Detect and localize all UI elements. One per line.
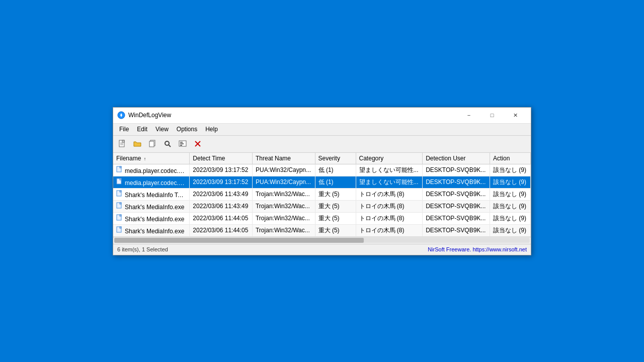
cell-severity: 重大 (5): [318, 203, 340, 210]
file-icon: [116, 190, 125, 197]
cell-severity: 低 (1): [318, 166, 334, 173]
sort-icon: ↑: [144, 156, 146, 161]
file-icon: [116, 226, 125, 233]
toolbar-properties[interactable]: [176, 137, 190, 150]
maximize-button[interactable]: □: [480, 107, 504, 123]
cell-threat-name: Trojan:Win32/Wac...: [256, 191, 310, 198]
cell-category: トロイの木馬 (8): [359, 203, 405, 210]
menu-bar: File Edit View Options Help: [113, 124, 531, 136]
col-filename[interactable]: Filename ↑: [113, 153, 190, 164]
menu-help[interactable]: Help: [201, 125, 222, 134]
cell-detect-time: 2022/03/06 11:44:05: [193, 227, 248, 234]
status-count: 6 item(s), 1 Selected: [117, 246, 168, 252]
cell-category: トロイの木馬 (8): [359, 215, 405, 222]
cell-action: 該当なし (9): [493, 227, 526, 234]
svg-rect-19: [120, 178, 121, 180]
svg-rect-25: [120, 215, 121, 216]
svg-rect-7: [149, 141, 154, 147]
scrollbar-track[interactable]: [114, 238, 530, 243]
menu-options[interactable]: Options: [173, 125, 201, 134]
cell-severity: 低 (1): [318, 178, 334, 186]
col-detection-user[interactable]: Detection User: [423, 153, 490, 164]
col-category[interactable]: Category: [356, 153, 423, 164]
file-icon: [116, 214, 125, 221]
table-row[interactable]: media.player.codec.pa...2022/03/09 13:17…: [113, 176, 531, 188]
cell-detect-time: 2022/03/09 13:17:52: [193, 166, 248, 173]
cell-category: トロイの木馬 (8): [359, 191, 405, 198]
cell-detection-user: DESKTOP-SVQB9K...: [426, 227, 486, 234]
col-action[interactable]: Action: [490, 153, 530, 164]
title-bar: WinDefLogView − □ ✕: [113, 108, 531, 124]
svg-rect-23: [120, 203, 121, 204]
window-title: WinDefLogView: [128, 112, 171, 119]
data-table-container[interactable]: Filename ↑ Detect Time Threat Name Sever…: [113, 153, 531, 237]
cell-detection-user: DESKTOP-SVQB9K...: [426, 166, 486, 173]
data-table: Filename ↑ Detect Time Threat Name Sever…: [113, 153, 531, 237]
cell-filename: Shark's MediaInfo Too...: [125, 192, 189, 199]
cell-action: 該当なし (9): [493, 203, 526, 210]
toolbar-find[interactable]: [160, 137, 175, 150]
file-icon: [116, 202, 125, 209]
menu-file[interactable]: File: [115, 125, 133, 134]
file-icon: [116, 178, 125, 185]
scrollbar-thumb[interactable]: [114, 238, 364, 243]
toolbar: [113, 136, 531, 153]
window-controls: − □ ✕: [457, 107, 527, 123]
col-threat-name[interactable]: Threat Name: [252, 153, 315, 164]
cell-detection-user: DESKTOP-SVQB9K...: [426, 203, 486, 210]
cell-filename: Shark's MediaInfo.exe: [125, 216, 184, 223]
cell-action: 該当なし (9): [493, 166, 526, 173]
cell-filename: Shark's MediaInfo.exe: [125, 228, 184, 235]
table-row[interactable]: media.player.codec.pa...2022/03/09 13:17…: [113, 164, 531, 176]
toolbar-open[interactable]: [130, 137, 144, 150]
cell-severity: 重大 (5): [318, 215, 340, 222]
cell-filename: media.player.codec.pa...: [125, 167, 190, 174]
title-bar-left: WinDefLogView: [117, 111, 171, 119]
svg-rect-17: [120, 166, 121, 168]
table-row[interactable]: Shark's MediaInfo.exe2022/03/06 11:43:49…: [113, 200, 531, 212]
col-severity[interactable]: Severity: [315, 153, 356, 164]
toolbar-new[interactable]: [115, 137, 129, 150]
cell-threat-name: Trojan:Win32/Wac...: [256, 215, 310, 222]
cell-severity: 重大 (5): [318, 191, 340, 198]
minimize-button[interactable]: −: [457, 107, 480, 123]
cell-action: 該当なし (9): [493, 178, 526, 186]
cell-threat-name: Trojan:Win32/Wac...: [256, 227, 310, 234]
svg-rect-21: [120, 191, 121, 192]
cell-severity: 重大 (5): [318, 227, 340, 234]
cell-detect-time: 2022/03/09 13:17:52: [193, 178, 248, 186]
cell-action: 該当なし (9): [493, 215, 526, 222]
svg-rect-2: [122, 140, 124, 142]
svg-line-9: [169, 145, 171, 147]
table-header-row: Filename ↑ Detect Time Threat Name Sever…: [113, 153, 531, 164]
cell-filename: Shark's MediaInfo.exe: [125, 204, 184, 211]
cell-threat-name: Trojan:Win32/Wac...: [256, 203, 310, 210]
table-row[interactable]: Shark's MediaInfo Too...2022/03/06 11:43…: [113, 188, 531, 200]
menu-view[interactable]: View: [151, 125, 173, 134]
cell-category: 望ましくない可能性...: [359, 178, 419, 186]
cell-detection-user: DESKTOP-SVQB9K...: [426, 191, 486, 198]
close-button[interactable]: ✕: [504, 107, 527, 123]
cell-category: 望ましくない可能性...: [359, 166, 419, 173]
app-icon: [117, 111, 125, 119]
cell-filename: media.player.codec.pa...: [125, 179, 190, 187]
cell-detect-time: 2022/03/06 11:43:49: [193, 191, 248, 198]
toolbar-copy[interactable]: [145, 137, 159, 150]
table-row[interactable]: Shark's MediaInfo.exe2022/03/06 11:44:05…: [113, 212, 531, 224]
svg-point-8: [165, 141, 169, 145]
cell-detect-time: 2022/03/06 11:44:05: [193, 215, 248, 222]
file-icon: [116, 166, 125, 173]
cell-threat-name: PUA:Win32/Caypn...: [256, 166, 311, 173]
menu-edit[interactable]: Edit: [133, 125, 151, 134]
nirsoft-link[interactable]: NirSoft Freeware. https://www.nirsoft.ne…: [428, 246, 527, 252]
cell-detection-user: DESKTOP-SVQB9K...: [426, 215, 486, 222]
col-detect-time[interactable]: Detect Time: [190, 153, 253, 164]
toolbar-exit[interactable]: [191, 137, 205, 150]
horizontal-scrollbar[interactable]: [113, 237, 531, 244]
main-window: WinDefLogView − □ ✕ File Edit View Optio…: [113, 107, 531, 255]
cell-detection-user: DESKTOP-SVQB9K...: [426, 178, 486, 186]
cell-action: 該当なし (9): [493, 191, 526, 198]
cell-detect-time: 2022/03/06 11:43:49: [193, 203, 248, 210]
svg-rect-27: [120, 227, 121, 228]
table-row[interactable]: Shark's MediaInfo.exe2022/03/06 11:44:05…: [113, 224, 531, 236]
